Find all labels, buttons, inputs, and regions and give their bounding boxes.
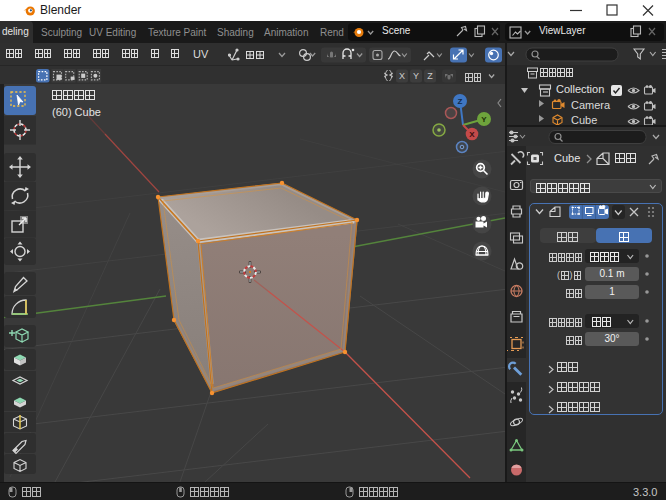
svg-text:X: X [399, 71, 405, 81]
svg-text:X: X [469, 130, 475, 139]
svg-text:Z: Z [427, 71, 433, 81]
svg-text:Y: Y [481, 115, 487, 124]
svg-text:Z: Z [458, 97, 463, 106]
svg-text:Y: Y [413, 71, 419, 81]
